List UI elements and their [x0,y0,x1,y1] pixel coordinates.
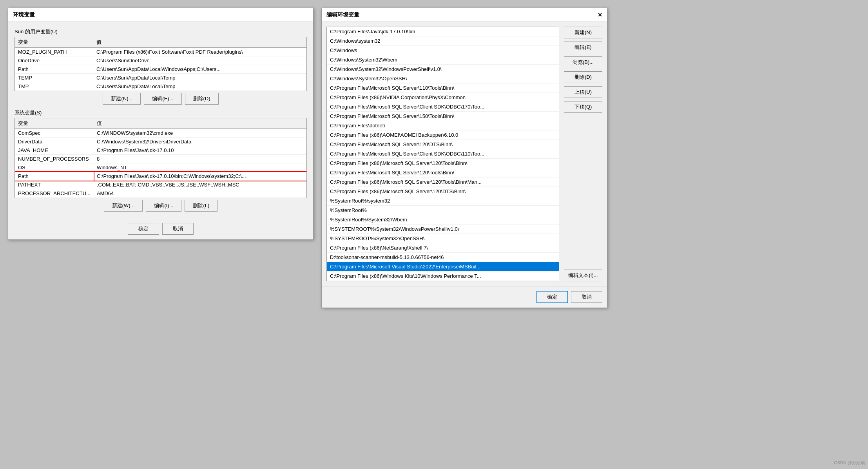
env-dialog-body: Sun 的用户变量(U) 变量 值 MOZ_PLUGIN_PATHC:\Prog… [8,22,313,218]
sys-table-row[interactable]: PROCESSOR_ARCHITECTU...AMD64 [15,189,306,198]
env-dialog-bottom: 确定 取消 [8,218,313,239]
path-edit-text-button[interactable]: 编辑文本(I)... [564,270,602,281]
path-list-item[interactable]: C:\Program Files\dotnet\ [327,121,559,130]
sys-col-value: 值 [94,118,306,129]
sys-table-row[interactable]: OSWindows_NT [15,163,306,172]
system-buttons-row: 新建(W)... 编辑(I)... 删除(L) [14,200,307,212]
user-var-value: C:\Users\Sun\AppData\Local\WindowsApps;C… [93,65,306,74]
edit-dialog-title: 编辑环境变量 [326,11,359,18]
path-list-item[interactable]: C:\Program Files (x86)\AOMEI\AOMEI Backu… [327,130,559,140]
sys-table-row[interactable]: PATHEXT.COM;.EXE;.BAT;.CMD;.VBS;.VBE;.JS… [15,181,306,189]
path-list-item[interactable]: C:\Program Files\Microsoft SQL Server\Cl… [327,102,559,112]
path-list: C:\Program Files\Java\jdk-17.0.10\binC:\… [327,27,559,281]
sys-delete-button[interactable]: 删除(L) [185,200,217,212]
path-list-item[interactable]: %SystemRoot%\System32\Wbem [327,215,559,225]
sys-table-row[interactable]: PathC:\Program Files\Java\jdk-17.0.10\bi… [15,172,306,181]
edit-dialog-titlebar: 编辑环境变量 ✕ [322,8,607,22]
path-list-item[interactable]: C:\Program Files (x86)\NetSarang\Xshell … [327,243,559,253]
path-list-item[interactable]: C:\Windows\system32 [327,36,559,46]
user-var-value: C:\Users\Sun\AppData\Local\Temp [93,82,306,91]
system-variables-section: 系统变量(S) 变量 值 ComSpecC:\WINDOWS\system32\… [14,109,307,212]
path-list-item[interactable]: C:\Windows\System32\OpenSSH\ [327,74,559,83]
env-ok-button[interactable]: 确定 [128,223,159,235]
edit-dialog-bottom: 确定 取消 [322,286,607,308]
sys-table-row[interactable]: NUMBER_OF_PROCESSORS8 [15,155,306,163]
user-table-row[interactable]: TEMPC:\Users\Sun\AppData\Local\Temp [15,74,306,82]
user-delete-button[interactable]: 删除(D) [185,93,219,105]
edit-dialog-body: C:\Program Files\Java\jdk-17.0.10\binC:\… [322,22,607,286]
sys-var-value: Windows_NT [94,163,306,172]
user-table-row[interactable]: PathC:\Users\Sun\AppData\Local\WindowsAp… [15,65,306,74]
user-table-row[interactable]: TMPC:\Users\Sun\AppData\Local\Temp [15,82,306,91]
user-var-name: TMP [15,82,93,91]
path-list-item[interactable]: C:\Program Files (x86)\Microsoft SQL Ser… [327,177,559,187]
system-variables-table: 变量 值 ComSpecC:\WINDOWS\system32\cmd.exeD… [15,118,306,198]
user-var-name: Path [15,65,93,74]
sys-var-value: C:\Program Files\Java\jdk-17.0.10\bin;C:… [94,172,306,181]
sys-new-button[interactable]: 新建(W)... [104,200,143,212]
path-list-item[interactable]: C:\Windows [327,46,559,55]
path-list-container: C:\Program Files\Java\jdk-17.0.10\binC:\… [326,27,559,281]
path-list-item[interactable]: C:\Program Files\Microsoft Visual Studio… [327,262,559,272]
sys-var-name: OS [15,163,94,172]
path-list-item[interactable]: C:\Program Files (x86)\Microsoft SQL Ser… [327,187,559,196]
path-list-item[interactable]: C:\Windows\System32\WindowsPowerShell\v1… [327,65,559,74]
user-table-row[interactable]: MOZ_PLUGIN_PATHC:\Program Files (x86)\Fo… [15,48,306,56]
user-variables-section: Sun 的用户变量(U) 变量 值 MOZ_PLUGIN_PATHC:\Prog… [14,28,307,105]
sys-var-value: C:\Program Files\Java\jdk-17.0.10 [94,146,306,155]
env-cancel-button[interactable]: 取消 [162,223,194,235]
sys-var-value: C:\WINDOWS\system32\cmd.exe [94,129,306,138]
system-section-label: 系统变量(S) [14,109,307,116]
sys-table-row[interactable]: JAVA_HOMEC:\Program Files\Java\jdk-17.0.… [15,146,306,155]
path-list-item[interactable]: C:\Program Files (x86)\Microsoft SQL Ser… [327,159,559,168]
user-var-name: MOZ_PLUGIN_PATH [15,48,93,56]
path-list-item[interactable]: %SYSTEMROOT%\System32\WindowsPowerShell\… [327,225,559,234]
user-edit-button[interactable]: 编辑(E)... [144,93,181,105]
user-var-value: C:\Users\Sun\AppData\Local\Temp [93,74,306,82]
path-list-item[interactable]: C:\Program Files (x86)\Windows Kits\10\W… [327,272,559,281]
path-list-item[interactable]: C:\Program Files\Microsoft SQL Server\12… [327,168,559,177]
path-list-item[interactable]: %SYSTEMROOT%\System32\OpenSSH\ [327,234,559,243]
close-icon[interactable]: ✕ [598,12,602,18]
sys-var-value: 8 [94,155,306,163]
sys-edit-button[interactable]: 编辑(I)... [146,200,181,212]
path-list-item[interactable]: C:\Windows\System32\Wbem [327,55,559,65]
path-list-item[interactable]: C:\Program Files\Microsoft SQL Server\Cl… [327,149,559,159]
path-edit-button[interactable]: 编辑(E) [564,42,602,53]
sys-var-value: C:\Windows\System32\Drivers\DriverData [94,138,306,146]
path-browse-button[interactable]: 浏览(B)... [564,56,602,68]
sys-col-name: 变量 [15,118,94,129]
sys-var-value: AMD64 [94,189,306,198]
path-list-item[interactable]: C:\Program Files\Java\jdk-17.0.10\bin [327,27,559,36]
path-list-item[interactable]: D:\tool\sonar-scanner-msbuild-5.13.0.667… [327,253,559,262]
user-table-row[interactable]: OneDriveC:\Users\Sun\OneDrive [15,56,306,65]
system-table-container: 变量 值 ComSpecC:\WINDOWS\system32\cmd.exeD… [14,118,307,198]
path-list-item[interactable]: C:\Program Files\Microsoft SQL Server\11… [327,83,559,93]
user-col-name: 变量 [15,37,93,48]
sys-table-row[interactable]: DriverDataC:\Windows\System32\Drivers\Dr… [15,138,306,146]
sys-var-name: JAVA_HOME [15,146,94,155]
edit-ok-button[interactable]: 确定 [536,291,568,303]
path-new-button[interactable]: 新建(N) [564,27,602,38]
path-up-button[interactable]: 上移(U) [564,86,602,98]
user-var-name: TEMP [15,74,93,82]
user-table-container: 变量 值 MOZ_PLUGIN_PATHC:\Program Files (x8… [14,37,307,91]
sys-table-row[interactable]: ComSpecC:\WINDOWS\system32\cmd.exe [15,129,306,138]
path-list-item[interactable]: %SystemRoot% [327,206,559,215]
sys-var-name: ComSpec [15,129,94,138]
user-new-button[interactable]: 新建(N)... [103,93,141,105]
sys-var-name: PROCESSOR_ARCHITECTU... [15,189,94,198]
path-list-item[interactable]: %SystemRoot%\system32 [327,196,559,206]
path-list-item[interactable]: C:\Program Files\Microsoft SQL Server\12… [327,140,559,149]
path-list-item[interactable]: C:\Program Files (x86)\NVIDIA Corporatio… [327,93,559,102]
user-buttons-row: 新建(N)... 编辑(E)... 删除(D) [14,93,307,105]
path-down-button[interactable]: 下移(Q) [564,101,602,113]
edit-cancel-button[interactable]: 取消 [571,291,602,303]
user-var-value: C:\Users\Sun\OneDrive [93,56,306,65]
user-var-name: OneDrive [15,56,93,65]
path-delete-button[interactable]: 删除(D) [564,71,602,83]
edit-env-dialog: 编辑环境变量 ✕ C:\Program Files\Java\jdk-17.0.… [321,8,607,308]
user-variables-table: 变量 值 MOZ_PLUGIN_PATHC:\Program Files (x8… [15,37,306,91]
path-list-item[interactable]: C:\Program Files\Microsoft SQL Server\15… [327,112,559,121]
sys-var-name: Path [15,172,94,181]
